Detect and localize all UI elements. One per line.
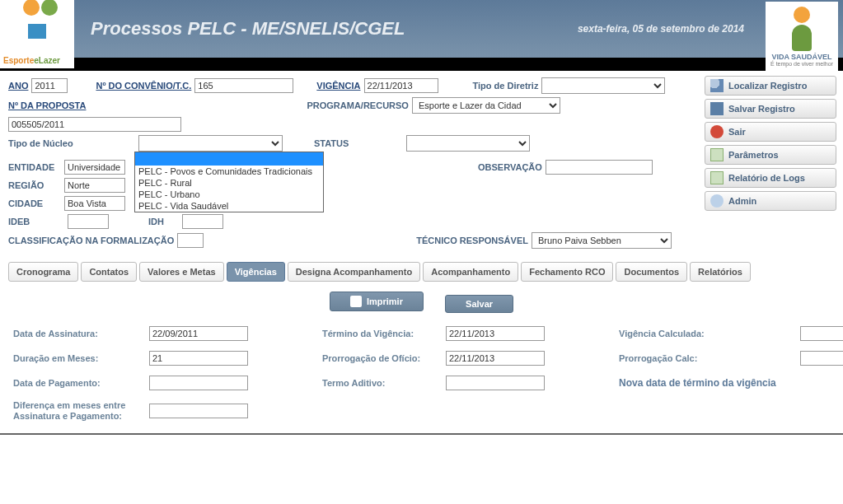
- programa-label: PROGRAMA/RECURSO: [307, 100, 408, 110]
- tab-cronograma[interactable]: Cronograma: [8, 262, 78, 282]
- assinatura-label: Data de Assinatura:: [13, 329, 149, 338]
- header-date: sexta-feira, 05 de setembro de 2014: [578, 23, 744, 35]
- tecnico-select[interactable]: Bruno Paiva Sebben: [532, 232, 672, 249]
- tab-vigencias[interactable]: Vigências: [227, 262, 285, 282]
- salvar-button[interactable]: Salvar: [445, 295, 513, 313]
- vigencia-label[interactable]: VIGÊNCIA: [316, 81, 360, 91]
- duracao-input[interactable]: [149, 351, 248, 366]
- save-icon: [710, 102, 724, 115]
- app-header: EsporteeLazer Processos PELC - ME/SNELIS…: [0, 0, 843, 58]
- prorrog-oficio-input[interactable]: [446, 351, 545, 366]
- ano-input[interactable]: [31, 78, 68, 93]
- termino-input[interactable]: [446, 326, 545, 341]
- programa-select[interactable]: Esporte e Lazer da Cidad: [412, 97, 560, 114]
- termino-label: Término da Vigência:: [322, 329, 446, 338]
- duracao-label: Duração em Meses:: [13, 353, 149, 363]
- tab-valores-metas[interactable]: Valores e Metas: [139, 262, 224, 282]
- entidade-input[interactable]: [64, 160, 125, 175]
- log-icon: [710, 171, 724, 184]
- ideb-input[interactable]: [68, 214, 109, 229]
- tab-documentos[interactable]: Documentos: [616, 262, 687, 282]
- search-icon: [710, 79, 724, 92]
- logo-esporte-lazer: EsporteeLazer: [0, 0, 74, 68]
- idh-label: IDH: [148, 217, 164, 226]
- nucleo-option-1[interactable]: PELC - Povos e Comunidades Tradicionais: [135, 166, 323, 177]
- imprimir-button[interactable]: Imprimir: [330, 292, 424, 311]
- salvar-registro-button[interactable]: Salvar Registro: [705, 99, 836, 119]
- prorrog-calc-label: Prorrogação Calc:: [619, 353, 800, 363]
- prorrog-oficio-label: Prorrogação de Ofício:: [322, 353, 446, 363]
- ano-label[interactable]: ANO: [8, 81, 28, 91]
- nucleo-option-3[interactable]: PELC - Urbano: [135, 189, 323, 200]
- vigencia-input[interactable]: [364, 78, 438, 93]
- diretriz-label: Tipo de Diretriz: [473, 81, 539, 91]
- entidade-label: ENTIDADE: [8, 162, 61, 172]
- diferenca-input[interactable]: [149, 404, 248, 418]
- termo-aditivo-input[interactable]: [446, 376, 545, 390]
- vigcalc-input[interactable]: [800, 326, 843, 341]
- vigencias-detail: Data de Assinatura: Término da Vigência:…: [8, 326, 835, 422]
- diferenca-label: Diferença em meses entre Assinatura e Pa…: [13, 400, 149, 422]
- prorrog-calc-input[interactable]: [800, 351, 843, 366]
- form-area: Localizar Registro Salvar Registro Sair …: [0, 71, 843, 435]
- cidade-label: CIDADE: [8, 198, 61, 208]
- tab-fechamento-rco[interactable]: Fechamento RCO: [521, 262, 613, 282]
- diretriz-select[interactable]: [541, 77, 665, 94]
- status-label: STATUS: [314, 138, 349, 148]
- tab-designa-acompanhamento[interactable]: Designa Acompanhamento: [288, 262, 420, 282]
- tabs: Cronograma Contatos Valores e Metas Vigê…: [8, 262, 835, 282]
- page-title: Processos PELC - ME/SNELIS/CGEL: [91, 18, 405, 40]
- nucleo-label: Tipo de Núcleo: [8, 138, 91, 148]
- tab-relatorios[interactable]: Relatórios: [690, 262, 751, 282]
- tecnico-label: TÉCNICO RESPONSÁVEL: [416, 236, 528, 245]
- relatorio-logs-button[interactable]: Relatório de Logs: [705, 168, 836, 188]
- localizar-registro-button[interactable]: Localizar Registro: [705, 76, 836, 96]
- black-divider: [0, 58, 843, 71]
- classificacao-input[interactable]: [177, 233, 204, 248]
- nucleo-select[interactable]: [138, 135, 283, 152]
- logo-vida-saudavel: VIDA SAUDÁVEL É tempo de viver melhor: [766, 2, 838, 71]
- vigcalc-label: Vigência Calculada:: [619, 329, 800, 338]
- idh-input[interactable]: [182, 214, 223, 229]
- nucleo-option-blank[interactable]: [135, 152, 323, 166]
- nova-data-label: Nova data de término da vigência: [619, 377, 843, 389]
- regiao-label: REGIÃO: [8, 180, 61, 190]
- status-select[interactable]: [406, 135, 530, 152]
- proposta-label[interactable]: Nº DA PROPOSTA: [8, 100, 86, 110]
- proposta-input[interactable]: [8, 117, 181, 132]
- cidade-input[interactable]: [64, 196, 125, 211]
- admin-icon: [710, 194, 724, 208]
- action-row: Imprimir Salvar: [8, 292, 835, 313]
- classificacao-label: CLASSIFICAÇÃO NA FORMALIZAÇÃO: [8, 236, 174, 245]
- ideb-label: IDEB: [8, 217, 36, 226]
- nucleo-option-2[interactable]: PELC - Rural: [135, 177, 323, 189]
- nucleo-dropdown-open: PELC - Povos e Comunidades Tradicionais …: [134, 152, 324, 212]
- admin-button[interactable]: Admin: [705, 191, 836, 211]
- tab-contatos[interactable]: Contatos: [81, 262, 137, 282]
- tab-acompanhamento[interactable]: Acompanhamento: [423, 262, 518, 282]
- pagamento-input[interactable]: [149, 376, 248, 390]
- termo-aditivo-label: Termo Aditivo:: [322, 378, 446, 388]
- observacao-input[interactable]: [546, 160, 653, 175]
- printer-icon: [350, 296, 362, 307]
- nucleo-option-4[interactable]: PELC - Vida Saudável: [135, 200, 323, 212]
- assinatura-input[interactable]: [149, 326, 248, 341]
- pagamento-label: Data de Pagamento:: [13, 378, 149, 388]
- convenio-label[interactable]: Nº DO CONVÊNIO/T.C.: [96, 81, 191, 91]
- convenio-input[interactable]: [194, 78, 293, 93]
- regiao-input[interactable]: [64, 178, 125, 193]
- observacao-label: OBSERVAÇÃO: [478, 162, 542, 172]
